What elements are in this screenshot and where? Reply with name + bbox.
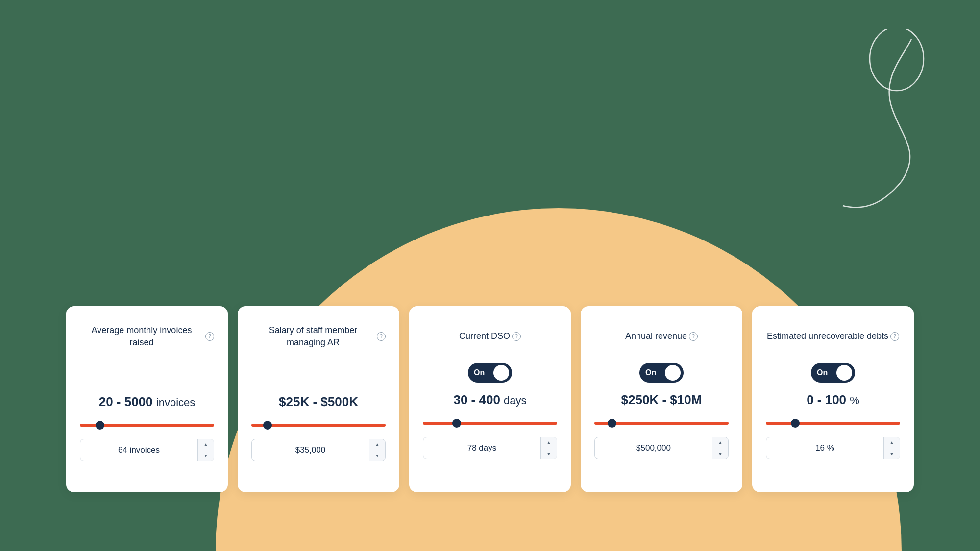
card-revenue: Annual revenue ? On $250K - $10M ▲ ▼: [581, 306, 742, 492]
card-invoices-title: Average monthly invoices raised ?: [80, 322, 214, 351]
card-dso-slider[interactable]: [423, 419, 557, 427]
card-revenue-input-row: ▲ ▼: [594, 437, 729, 459]
card-salary-slider[interactable]: [251, 421, 386, 429]
card-debts-input[interactable]: [766, 438, 883, 458]
card-salary-input-row: ▲ ▼: [251, 439, 386, 461]
card-revenue-spinners: ▲ ▼: [712, 437, 728, 459]
card-dso-input[interactable]: [423, 438, 540, 458]
card-revenue-input[interactable]: [595, 438, 712, 458]
card-dso-toggle-area: On: [468, 363, 512, 383]
card-dso-input-row: ▲ ▼: [423, 437, 557, 459]
card-revenue-spin-up[interactable]: ▲: [712, 437, 728, 448]
card-dso-title: Current DSO ?: [459, 322, 521, 351]
info-icon-revenue[interactable]: ?: [689, 332, 698, 341]
card-invoices: Average monthly invoices raised ? 20 - 5…: [66, 306, 228, 492]
info-icon-dso[interactable]: ?: [512, 332, 521, 341]
card-debts-slider[interactable]: [766, 419, 900, 427]
card-dso-spin-up[interactable]: ▲: [541, 437, 557, 448]
card-invoices-spinners: ▲ ▼: [197, 439, 214, 461]
decorative-squiggle: [794, 29, 931, 216]
svg-point-0: [870, 29, 924, 91]
card-salary-spin-down[interactable]: ▼: [369, 450, 385, 461]
card-revenue-title: Annual revenue ?: [625, 322, 698, 351]
card-revenue-toggle[interactable]: On: [639, 363, 684, 383]
card-invoices-input[interactable]: [80, 440, 197, 460]
card-invoices-range: 20 - 5000 invoices: [99, 394, 196, 409]
card-debts-toggle-area: On: [811, 363, 855, 383]
card-dso-toggle[interactable]: On: [468, 363, 512, 383]
info-icon-invoices[interactable]: ?: [205, 332, 214, 341]
card-invoices-input-row: ▲ ▼: [80, 439, 214, 461]
card-revenue-spin-down[interactable]: ▼: [712, 448, 728, 459]
card-revenue-toggle-label: On: [642, 368, 658, 377]
card-invoices-slider[interactable]: [80, 421, 214, 429]
card-debts-toggle[interactable]: On: [811, 363, 855, 383]
card-debts-title: Estimated unrecoverable debts ?: [767, 322, 899, 351]
card-debts-spin-up[interactable]: ▲: [884, 437, 900, 448]
card-salary-spin-up[interactable]: ▲: [369, 439, 385, 450]
card-debts-range: 0 - 100 %: [807, 392, 859, 407]
card-dso-spin-down[interactable]: ▼: [541, 448, 557, 459]
card-revenue-slider[interactable]: [594, 419, 729, 427]
card-revenue-toggle-area: On: [639, 363, 684, 383]
card-debts-toggle-label: On: [814, 368, 830, 377]
info-icon-debts[interactable]: ?: [890, 332, 899, 341]
card-dso: Current DSO ? On 30 - 400 days ▲ ▼: [409, 306, 571, 492]
card-dso-toggle-knob: [493, 365, 509, 381]
card-salary-spinners: ▲ ▼: [369, 439, 385, 461]
card-debts: Estimated unrecoverable debts ? On 0 - 1…: [752, 306, 914, 492]
card-dso-range: 30 - 400 days: [453, 392, 526, 407]
card-dso-spinners: ▲ ▼: [540, 437, 557, 459]
card-revenue-range: $250K - $10M: [621, 392, 702, 407]
card-invoices-spin-down[interactable]: ▼: [198, 450, 214, 461]
card-debts-toggle-knob: [836, 365, 852, 381]
card-dso-toggle-label: On: [471, 368, 487, 377]
info-icon-salary[interactable]: ?: [377, 332, 386, 341]
card-invoices-spin-up[interactable]: ▲: [198, 439, 214, 450]
card-salary-title: Salary of staff member managing AR ?: [251, 322, 386, 351]
card-salary-input[interactable]: [252, 440, 369, 460]
card-debts-spin-down[interactable]: ▼: [884, 448, 900, 459]
card-debts-spinners: ▲ ▼: [883, 437, 900, 459]
card-salary-range: $25K - $500K: [279, 394, 358, 409]
card-revenue-toggle-knob: [665, 365, 681, 381]
card-debts-input-row: ▲ ▼: [766, 437, 900, 459]
card-salary: Salary of staff member managing AR ? $25…: [238, 306, 399, 492]
cards-container: Average monthly invoices raised ? 20 - 5…: [49, 306, 931, 492]
